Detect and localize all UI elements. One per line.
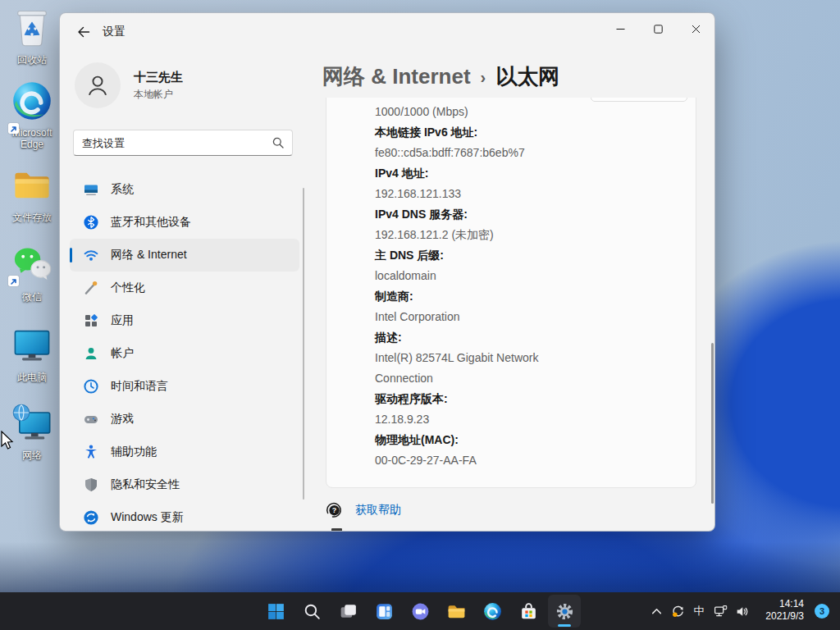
ime-indicator[interactable]: 中 — [688, 597, 710, 625]
settings-button[interactable] — [548, 595, 581, 628]
folder-icon — [11, 164, 53, 207]
widgets-icon — [374, 601, 395, 622]
sidebar-item[interactable]: 应用 — [70, 304, 299, 337]
taskbar-search-button[interactable] — [295, 595, 328, 628]
store-button[interactable] — [512, 595, 545, 628]
details-card: 1000/1000 (Mbps) 本地链接 IPv6 地址: fe80::cd5… — [326, 98, 696, 488]
network-tray-button[interactable] — [710, 597, 731, 625]
search-icon — [272, 136, 285, 153]
chevron-up-icon — [650, 605, 664, 619]
widgets-button[interactable] — [368, 595, 400, 628]
speaker-icon — [735, 605, 749, 619]
ethernet-icon — [714, 605, 728, 619]
task-view-button[interactable] — [331, 595, 364, 628]
file-explorer-icon — [446, 601, 467, 622]
sidebar-item[interactable]: 隐私和安全性 — [70, 468, 299, 501]
page-title: 以太网 — [495, 62, 559, 91]
back-button[interactable] — [71, 21, 96, 43]
update-arrow-icon — [671, 605, 685, 619]
close-button[interactable] — [677, 13, 714, 44]
file-explorer-button[interactable] — [440, 595, 472, 628]
notification-badge[interactable]: 3 — [815, 604, 829, 619]
titlebar[interactable]: 设置 — [60, 13, 714, 49]
edge-button[interactable] — [476, 595, 509, 628]
breadcrumb-parent[interactable]: 网络 & Internet — [322, 62, 471, 91]
avatar — [75, 62, 121, 108]
desktop-icon[interactable]: 回收站 — [3, 7, 61, 66]
sidebar-scrollbar[interactable] — [303, 188, 304, 500]
chat-button[interactable] — [404, 595, 436, 628]
this-pc-icon — [11, 324, 53, 367]
settings-window: 设置 十三先生 本地帐户 — [59, 12, 715, 532]
sidebar-item[interactable]: 辅助功能 — [70, 436, 299, 468]
tray-chevron-button[interactable] — [646, 597, 667, 625]
store-icon — [518, 601, 539, 622]
windows-update-tray-button[interactable] — [667, 597, 688, 625]
person-icon — [84, 72, 111, 98]
sidebar-item[interactable]: 系统 — [70, 173, 299, 206]
search-box — [73, 130, 293, 156]
edge-taskbar-icon — [482, 601, 503, 622]
sidebar-item[interactable]: Windows 更新 — [70, 501, 299, 532]
breadcrumb: 网络 & Internet › 以太网 — [322, 62, 559, 91]
sidebar-item[interactable]: 个性化 — [70, 272, 299, 304]
selected-accent-bar — [70, 248, 72, 262]
desktop-icon[interactable]: 网络 — [3, 402, 61, 461]
desktop-icon[interactable]: 此电脑 — [3, 324, 61, 383]
windows-update-icon — [83, 509, 99, 526]
edge-icon — [11, 80, 53, 122]
cut-off-icon — [331, 528, 342, 532]
privacy-icon — [83, 477, 99, 493]
detail-row: 1000/1000 (Mbps) — [375, 102, 676, 122]
desktop-icon[interactable]: 文件存放 — [3, 164, 61, 223]
chat-icon — [410, 601, 431, 622]
start-button[interactable] — [259, 595, 292, 628]
accounts-icon — [83, 345, 99, 362]
shortcut-arrow-icon — [8, 123, 19, 134]
clock[interactable]: 14:14 2021/9/3 — [765, 598, 804, 623]
detail-row: 物理地址(MAC): 00-0C-29-27-AA-FA — [375, 430, 676, 471]
detail-row: IPv4 地址: 192.168.121.133 — [375, 163, 676, 204]
start-icon — [266, 601, 286, 622]
sidebar-item[interactable]: 帐户 — [70, 337, 299, 370]
breadcrumb-separator-icon: › — [481, 68, 486, 87]
active-indicator — [558, 624, 571, 627]
desktop-icon[interactable]: Microsoft Edge — [3, 80, 61, 150]
user-profile[interactable]: 十三先生 本地帐户 — [75, 62, 183, 108]
tray-date: 2021/9/3 — [765, 610, 804, 623]
sidebar-item[interactable]: 蓝牙和其他设备 — [70, 206, 299, 239]
get-help-label: 获取帮助 — [355, 503, 401, 518]
content-viewport: 1000/1000 (Mbps) 本地链接 IPv6 地址: fe80::cd5… — [322, 98, 715, 532]
accessibility-icon — [83, 444, 99, 460]
bluetooth-icon — [83, 214, 99, 231]
system-tray: 中 — [646, 592, 752, 630]
detail-row: 本地链接 IPv6 地址: fe80::cd5a:bdff:7687:b6eb%… — [375, 122, 676, 163]
taskbar: 中 14:14 2021/9/3 3 — [0, 592, 840, 630]
maximize-icon — [654, 25, 663, 34]
cut-off-button[interactable] — [591, 98, 687, 102]
desktop-icon[interactable]: 微信 — [3, 244, 61, 303]
maximize-button[interactable] — [639, 13, 677, 44]
task-view-icon — [338, 601, 358, 622]
search-input[interactable] — [82, 130, 262, 155]
volume-tray-button[interactable] — [731, 597, 752, 625]
settings-gear-icon — [555, 601, 575, 622]
detail-row: 描述: Intel(R) 82574L Gigabit Network Conn… — [375, 327, 676, 389]
minimize-button[interactable] — [601, 13, 639, 44]
close-icon — [692, 25, 701, 34]
get-help-link[interactable]: ? 获取帮助 — [324, 500, 401, 520]
detail-row: 制造商: Intel Corporation — [375, 286, 676, 327]
system-icon — [83, 181, 99, 198]
minimize-icon — [616, 25, 625, 34]
shortcut-arrow-icon — [8, 276, 19, 286]
sidebar-item[interactable]: 时间和语言 — [70, 370, 299, 403]
detail-row: 驱动程序版本: 12.18.9.23 — [375, 389, 676, 430]
user-account-type: 本地帐户 — [134, 88, 183, 102]
taskbar-search-icon — [302, 601, 322, 622]
help-icon: ? — [324, 500, 344, 520]
recycle-bin-icon — [11, 7, 53, 49]
detail-row: 主 DNS 后缀: localdomain — [375, 245, 676, 286]
sidebar-item[interactable]: 游戏 — [70, 403, 299, 436]
sidebar-item[interactable]: 网络 & Internet — [70, 239, 299, 272]
content-scrollbar[interactable] — [711, 343, 714, 504]
